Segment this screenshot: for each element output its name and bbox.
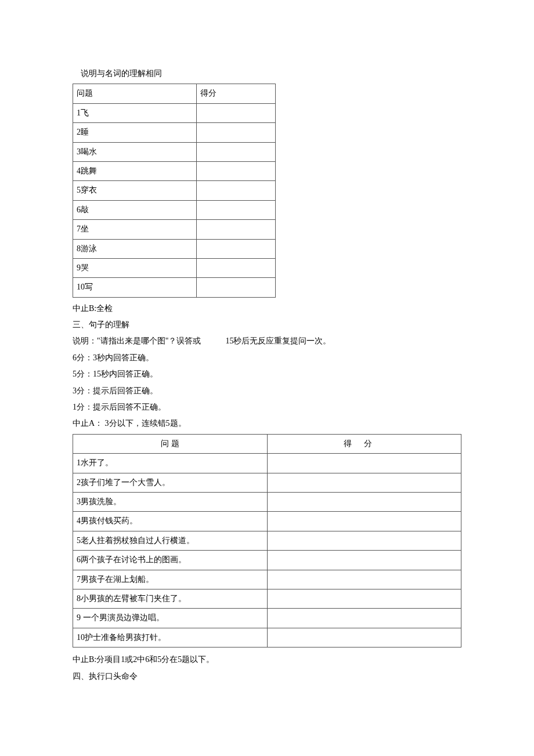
cell-score: [267, 512, 461, 531]
cell-question: 4男孩付钱买药。: [73, 512, 268, 531]
section-3-heading: 三、句子的理解: [73, 319, 461, 331]
cell-question: 4跳舞: [73, 161, 197, 180]
stop-b-note-2: 中止B:分项目1或2中6和5分在5题以下。: [73, 653, 461, 666]
cell-score: [197, 220, 276, 239]
cell-score: [267, 570, 461, 589]
cell-question: 6两个孩子在讨论书上的图画。: [73, 551, 268, 570]
table-row: 问 题 得分: [73, 434, 461, 453]
cell-score: [267, 551, 461, 570]
cell-score: [267, 628, 461, 647]
intro-text: 说明与名词的理解相同: [73, 67, 461, 80]
stop-a-note: 中止A： 3分以下，连续错5题。: [73, 417, 461, 430]
table-sentences: 问 题 得分 1水开了。 2孩子们堆了一个大雪人。 3男孩洗脸。 4男孩付钱买药…: [73, 434, 461, 648]
table-row: 9哭: [73, 258, 276, 277]
instruction-part-a: 说明："请指出来是哪个图"？误答或: [73, 337, 201, 345]
table-row: 2孩子们堆了一个大雪人。: [73, 473, 461, 492]
col-header-score: 得分: [197, 84, 276, 103]
cell-question: 10护士准备给男孩打针。: [73, 628, 268, 647]
cell-score: [267, 609, 461, 628]
cell-score: [197, 103, 276, 122]
cell-score: [267, 492, 461, 511]
table-row: 10写: [73, 278, 276, 297]
table-row: 6两个孩子在讨论书上的图画。: [73, 551, 461, 570]
cell-question: 9 一个男演员边弹边唱。: [73, 609, 268, 628]
cell-score: [197, 161, 276, 180]
table-row: 2睡: [73, 123, 276, 142]
cell-question: 3男孩洗脸。: [73, 492, 268, 511]
table-row: 7男孩子在湖上划船。: [73, 570, 461, 589]
cell-score: [267, 531, 461, 550]
cell-score: [267, 454, 461, 473]
cell-question: 7坐: [73, 220, 197, 239]
cell-question: 9哭: [73, 258, 197, 277]
cell-question: 6敲: [73, 200, 197, 219]
table-row: 4跳舞: [73, 161, 276, 180]
table-row: 6敲: [73, 200, 276, 219]
score-6: 6分：3秒内回答正确。: [73, 352, 461, 364]
cell-question: 10写: [73, 278, 197, 297]
cell-score: [267, 589, 461, 608]
cell-question: 1飞: [73, 103, 197, 122]
cell-question: 3喝水: [73, 142, 197, 161]
table-row: 7坐: [73, 220, 276, 239]
table-row: 1飞: [73, 103, 276, 122]
score-3: 3分：提示后回答正确。: [73, 385, 461, 397]
cell-question: 8小男孩的左臂被车门夹住了。: [73, 589, 268, 608]
table-row: 5老人拄着拐杖独自过人行横道。: [73, 531, 461, 550]
cell-question: 1水开了。: [73, 454, 268, 473]
cell-question: 8游泳: [73, 239, 197, 258]
table-row: 1水开了。: [73, 454, 461, 473]
table-row: 8游泳: [73, 239, 276, 258]
table-row: 9 一个男演员边弹边唱。: [73, 609, 461, 628]
score-5: 5分：15秒内回答正确。: [73, 368, 461, 381]
cell-score: [197, 200, 276, 219]
table-row: 3男孩洗脸。: [73, 492, 461, 511]
table-row: 10护士准备给男孩打针。: [73, 628, 461, 647]
cell-question: 7男孩子在湖上划船。: [73, 570, 268, 589]
cell-question: 5穿衣: [73, 181, 197, 200]
score-1: 1分：提示后回答不正确。: [73, 401, 461, 414]
col-header-question: 问题: [73, 84, 197, 103]
instruction-line: 说明："请指出来是哪个图"？误答或15秒后无反应重复提问一次。: [73, 335, 461, 348]
cell-question: 2睡: [73, 123, 197, 142]
table-row: 5穿衣: [73, 181, 276, 200]
cell-score: [197, 142, 276, 161]
cell-score: [197, 239, 276, 258]
table-row: 8小男孩的左臂被车门夹住了。: [73, 589, 461, 608]
col-header-score: 得分: [267, 434, 461, 453]
cell-question: 5老人拄着拐杖独自过人行横道。: [73, 531, 268, 550]
cell-question: 2孩子们堆了一个大雪人。: [73, 473, 268, 492]
stop-b-note: 中止B:全检: [73, 302, 461, 315]
table-row: 4男孩付钱买药。: [73, 512, 461, 531]
cell-score: [197, 123, 276, 142]
cell-score: [197, 278, 276, 297]
section-4-heading: 四、执行口头命令: [73, 670, 461, 683]
table-row: 3喝水: [73, 142, 276, 161]
cell-score: [197, 258, 276, 277]
instruction-part-b: 15秒后无反应重复提问一次。: [225, 337, 331, 345]
table-row: 问题 得分: [73, 84, 276, 103]
cell-score: [267, 473, 461, 492]
cell-score: [197, 181, 276, 200]
table-verbs: 问题 得分 1飞 2睡 3喝水 4跳舞 5穿衣 6敲 7坐 8游泳 9哭 10写: [73, 84, 276, 297]
col-header-question: 问 题: [73, 434, 268, 453]
